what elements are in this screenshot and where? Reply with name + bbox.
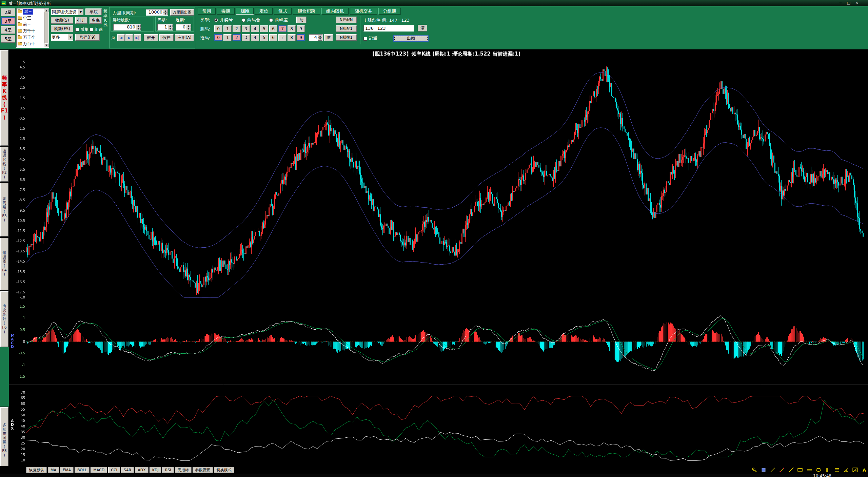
tab-分组胆[interactable]: 分组胆: [378, 8, 401, 15]
tool-boxed-fan-icon[interactable]: [851, 466, 859, 473]
scroll-up-icon[interactable]: ▲: [44, 8, 48, 12]
spinner-arrows[interactable]: ▲▼: [163, 9, 168, 15]
close-icon[interactable]: ✕: [853, 1, 861, 5]
tool-rectangle-icon[interactable]: [796, 466, 804, 473]
tab-毒胆[interactable]: 毒胆: [217, 8, 235, 15]
zuxuan-checkbox[interactable]: [90, 28, 93, 32]
bottom-button-MACD[interactable]: MACD: [91, 467, 107, 473]
spinner-arrows[interactable]: ▲▼: [186, 24, 191, 30]
tab-胆拖[interactable]: 胆拖: [236, 8, 254, 15]
spin-up-icon[interactable]: ▲: [168, 24, 173, 27]
dan-digit-9[interactable]: 9: [297, 25, 305, 32]
spin-up-icon[interactable]: ▲: [163, 9, 168, 13]
n-count-spinner[interactable]: 4 ▲▼: [309, 34, 323, 41]
cycle-spinner[interactable]: 1 ▲▼: [157, 24, 173, 30]
tree-item-后三[interactable]: 后三: [17, 8, 44, 15]
star-button-4[interactable]: 4星: [1, 26, 15, 34]
tool-parallel-lines-icon[interactable]: [806, 466, 813, 473]
tuo-digit-1[interactable]: 1: [223, 34, 232, 41]
chart-canvas[interactable]: [9, 49, 868, 467]
dan-digit-2[interactable]: 2: [233, 25, 241, 32]
bottom-button-RSI[interactable]: RSI: [162, 467, 174, 473]
dan-digit-8[interactable]: 8: [288, 25, 296, 32]
remember-checkbox-row[interactable]: 记重: [363, 36, 377, 42]
tool-ellipse-icon[interactable]: [815, 466, 822, 473]
tree-item-前三[interactable]: 前三: [17, 21, 44, 28]
nav-prev-icon[interactable]: ◀: [117, 34, 125, 41]
spin-down-icon[interactable]: ▼: [136, 27, 141, 30]
spin-down-icon[interactable]: ▼: [186, 27, 191, 30]
tool-gann-fan-icon[interactable]: [842, 466, 850, 473]
spin-down-icon[interactable]: ▼: [318, 38, 322, 41]
category-tree[interactable]: 后三中三前三万千十万千个万百十 ▲ ▼: [16, 8, 49, 48]
dan-digit-3[interactable]: 3: [242, 25, 250, 32]
tool-trend-line-icon[interactable]: [778, 466, 786, 473]
tuo-digit-8[interactable]: 8: [288, 34, 296, 41]
tool-line-icon[interactable]: [769, 466, 776, 473]
clear-digits-button[interactable]: 清: [296, 17, 307, 23]
radio-icon[interactable]: [269, 18, 273, 22]
tuo-digit-2[interactable]: 2: [233, 34, 241, 41]
bottom-button-SAR[interactable]: SAR: [121, 467, 134, 473]
bottom-button-EMA[interactable]: EMA: [60, 467, 74, 473]
spin-up-icon[interactable]: ▲: [136, 24, 141, 27]
bottom-button-无指标[interactable]: 无指标: [175, 467, 192, 473]
tab-胆合积跨[interactable]: 胆合积跨: [293, 8, 320, 15]
tool-vertical-lines-icon[interactable]: [824, 466, 831, 473]
tree-item-万千十[interactable]: 万千十: [17, 28, 44, 34]
tab-复式[interactable]: 复式: [274, 8, 292, 15]
dan-digit-0[interactable]: 0: [214, 25, 222, 32]
chevron-down-icon[interactable]: ▼: [78, 9, 83, 15]
tool-horizontal-lines-icon[interactable]: [833, 466, 841, 473]
tuo-digit-5[interactable]: 5: [260, 34, 268, 41]
indicator-F1[interactable]: 频 率 K 线 ( F1 ): [0, 50, 8, 146]
spin-down-icon[interactable]: ▼: [163, 13, 168, 16]
tree-item-万千个[interactable]: 万千个: [17, 34, 44, 41]
tuo-digit-3[interactable]: 3: [242, 34, 250, 41]
dan-digit-7[interactable]: 7: [278, 25, 287, 32]
scroll-down-icon[interactable]: ▼: [44, 43, 48, 47]
spinner-arrows[interactable]: ▲▼: [136, 24, 141, 30]
maximize-icon[interactable]: □: [845, 1, 852, 5]
dan-digit-4[interactable]: 4: [251, 25, 259, 32]
radio-两码合[interactable]: 两码合: [242, 17, 260, 23]
apply-button[interactable]: 应用(A): [175, 34, 194, 41]
minimize-icon[interactable]: ─: [837, 1, 844, 5]
bottom-button-参数设置[interactable]: 参数设置: [193, 467, 213, 473]
tree-item-万百十[interactable]: 万百十: [17, 41, 44, 47]
radio-两码差[interactable]: 两码差: [269, 17, 288, 23]
n-dan-pei-n-button[interactable]: N胆配N: [336, 17, 357, 23]
tool-ray-line-icon[interactable]: [787, 466, 795, 473]
bottom-button-切换模式[interactable]: 切换模式: [214, 467, 234, 473]
dan-digit-1[interactable]: 1: [223, 25, 232, 32]
n-dan-tuo-1-button[interactable]: N胆拖1: [336, 34, 357, 41]
remember-checkbox[interactable]: [363, 37, 367, 41]
tuo-digit-6[interactable]: 6: [269, 34, 277, 41]
indicator-F4[interactable]: 遗 漏 图 ( F4 ): [0, 238, 8, 290]
indicator-F6[interactable]: 出 次 统 计 ( F6 ): [0, 291, 8, 347]
wanliyan-period-spinner[interactable]: 10000 ▲▼: [146, 9, 168, 16]
tool-zoom-icon[interactable]: [751, 466, 758, 473]
tree-scrollbar[interactable]: ▲ ▼: [44, 8, 48, 47]
tab-定位[interactable]: 定位: [255, 8, 273, 15]
condition-input[interactable]: [363, 25, 414, 32]
tuo-digit-0[interactable]: 0: [214, 34, 222, 41]
open-button[interactable]: 打开: [75, 17, 87, 24]
single-bottom-button[interactable]: 单底: [85, 8, 102, 15]
star-button-5[interactable]: 5星: [1, 35, 15, 43]
houji-checkbox[interactable]: [75, 28, 79, 32]
number-button[interactable]: 号码(F9): [75, 34, 100, 41]
fake-open-button[interactable]: 假开: [144, 34, 158, 41]
bottom-button-BOLL[interactable]: BOLL: [75, 467, 90, 473]
fake-hang-button[interactable]: 假挂: [159, 34, 174, 41]
bottom-button-KDJ[interactable]: KDJ: [150, 467, 161, 473]
n-dan-pei-1-button[interactable]: N胆配1: [336, 25, 357, 32]
random-button[interactable]: 随: [324, 34, 333, 41]
tab-随机交并[interactable]: 随机交并: [350, 8, 377, 15]
spin-down-icon[interactable]: ▼: [168, 27, 173, 30]
spinner-arrows[interactable]: ▲▼: [318, 35, 322, 41]
tree-item-中三[interactable]: 中三: [17, 15, 44, 21]
tuo-digit-9[interactable]: 9: [297, 34, 305, 41]
tab-常用[interactable]: 常用: [198, 8, 216, 15]
radio-icon[interactable]: [242, 18, 245, 22]
